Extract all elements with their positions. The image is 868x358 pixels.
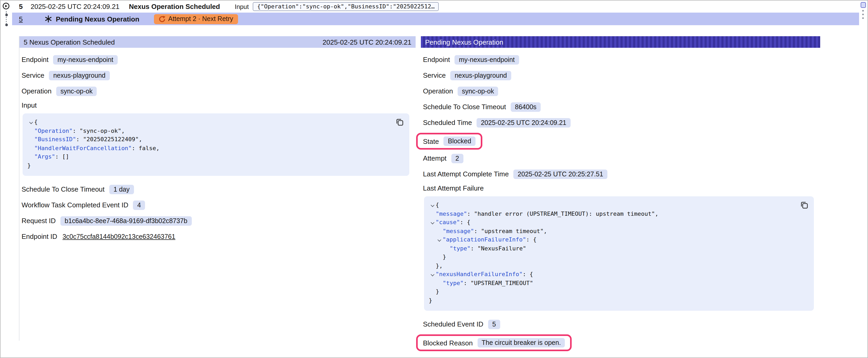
field-label: Operation [423,87,453,95]
field-label: Blocked Reason [423,339,473,347]
panel-title: 5 Nexus Operation Scheduled [24,38,115,46]
field-label: Service [22,71,44,79]
field-row: Schedule To Close Timeout 1 day [22,184,412,195]
field-label: Request ID [22,217,56,225]
field-label: Attempt [423,154,446,162]
field-row: State Blocked [416,133,482,150]
field-row: Endpoint ID 3c0c75ccfa8144b092c13ce63246… [22,231,412,242]
collapse-chevron-icon[interactable] [27,121,34,124]
input-json-code: { "Operation": "sync-op-ok", "BusinessID… [27,118,403,170]
panel-timestamp: 2025-02-25 UTC 20:24:09.21 [322,38,411,46]
pending-nexus-operation-panel: Pending Nexus Operation Endpoint my-nexu… [421,36,820,354]
field-label: Scheduled Time [423,119,472,127]
field-value-badge: 1 day [109,185,134,194]
field-value-badge: my-nexus-endpoint [53,55,118,64]
copy-icon[interactable] [799,200,809,210]
minimap-dot [862,10,864,11]
field-value-badge: 5 [488,319,500,329]
field-row: Blocked Reason The circuit breaker is op… [416,334,572,351]
field-value-badge: sync-op-ok [56,86,97,96]
nexus-operation-scheduled-panel: 5 Nexus Operation Scheduled 2025-02-25 U… [19,36,415,341]
field-row: Scheduled Event ID 5 [423,319,817,330]
field-list-top: Endpoint my-nexus-endpoint Service nexus… [423,54,817,180]
collapse-chevron-icon[interactable] [429,204,436,206]
collapse-chevron-icon[interactable] [436,238,443,241]
event-row-nexus-operation-scheduled[interactable]: 5 2025-02-25 UTC 20:24:09.21 Nexus Opera… [12,1,859,12]
field-value-badge: 2 [451,154,463,163]
panel-body: Endpoint my-nexus-endpoint Service nexus… [20,48,415,242]
copy-icon[interactable] [395,117,405,127]
field-value-badge: 2025-02-25 UTC 20:24:09.21 [476,118,570,127]
event-title: Pending Nexus Operation [56,15,139,23]
attempt-retry-label: Attempt 2 · Next Retry [168,15,233,23]
field-row: Service nexus-playground [423,70,817,81]
field-row: Operation sync-op-ok [423,86,817,97]
scrollbar-thumb[interactable] [860,2,866,8]
event-row-pending-nexus-operation[interactable]: 5 Pending Nexus Operation Attempt 2 · Ne… [12,12,859,25]
field-row: Request ID b1c6a4bc-8ee7-468a-9169-df3b0… [22,215,412,226]
collapse-chevron-icon[interactable] [429,221,436,224]
input-json-viewer: { "Operation": "sync-op-ok", "BusinessID… [23,113,409,176]
field-label: Schedule To Close Timeout [22,185,104,193]
field-label: Operation [22,87,52,95]
field-row: Endpoint my-nexus-endpoint [423,54,817,65]
field-list-top: Endpoint my-nexus-endpoint Service nexus… [22,54,412,97]
field-value-badge: 2025-02-25 UTC 20:25:27.51 [514,169,608,179]
panel-header: 5 Nexus Operation Scheduled 2025-02-25 U… [20,36,415,48]
timeline-rail [1,1,12,34]
event-input-label: Input [235,3,249,10]
collapse-chevron-icon[interactable] [429,273,436,276]
field-value-link[interactable]: 3c0c75ccfa8144b092c13ce632463761 [62,232,176,241]
field-row: Schedule To Close Timeout 86400s [423,101,817,112]
field-value-badge: 4 [133,200,145,210]
field-label: Workflow Task Completed Event ID [22,201,128,209]
field-row: Endpoint my-nexus-endpoint [22,54,412,65]
field-value-badge: nexus-playground [451,71,511,80]
event-title: Nexus Operation Scheduled [129,3,220,10]
field-label: Endpoint [22,56,49,64]
field-list-bottom: Scheduled Event ID 5 Blocked Reason The … [423,319,817,354]
workflow-start-icon [2,2,10,10]
field-label: Endpoint ID [22,232,57,240]
field-value-badge: 86400s [511,102,541,111]
scrollbar [860,2,866,356]
workflow-event-history-page: 5 2025-02-25 UTC 20:24:09.21 Nexus Opera… [0,0,868,358]
field-value-badge: b1c6a4bc-8ee7-468a-9169-df3b02c8737b [60,216,191,225]
field-row: Attempt 2 [423,153,817,164]
event-history-list: 5 2025-02-25 UTC 20:24:09.21 Nexus Opera… [12,1,859,25]
minimap-dot [862,17,864,19]
field-row: Operation sync-op-ok [22,86,412,97]
attempt-retry-badge: Attempt 2 · Next Retry [154,14,238,24]
field-list-bottom: Schedule To Close Timeout 1 day Workflow… [22,184,412,242]
field-value-badge: sync-op-ok [458,86,498,96]
timeline-event-dot [5,24,8,26]
timeline-event-dot [5,14,8,16]
event-input-preview[interactable]: {"Operation":"sync-op-ok","BusinessID":"… [253,2,439,11]
field-row: Scheduled Time 2025-02-25 UTC 20:24:09.2… [423,117,817,128]
panel-body: Endpoint my-nexus-endpoint Service nexus… [421,48,820,354]
field-value-badge: Blocked [444,136,475,146]
failure-json-viewer: { "message": "handler error (UPSTREAM_TI… [424,196,814,311]
retry-icon [159,15,165,22]
minimap-dot [862,14,864,15]
field-label: State [423,137,439,145]
field-row: Service nexus-playground [22,70,412,81]
field-value-badge: my-nexus-endpoint [455,55,519,64]
field-value-badge: The circuit breaker is open. [477,338,565,348]
field-row: Workflow Task Completed Event ID 4 [22,199,412,210]
pending-asterisk-icon [45,15,52,23]
panel-header: Pending Nexus Operation [421,36,820,48]
event-id-link[interactable]: 5 [19,3,23,10]
event-timestamp: 2025-02-25 UTC 20:24:09.21 [30,3,119,10]
event-id-link[interactable]: 5 [19,15,23,23]
field-label: Schedule To Close Timeout [423,103,506,111]
field-label: Last Attempt Complete Time [423,170,509,178]
field-label: Service [423,71,446,79]
field-label: Scheduled Event ID [423,320,484,328]
panel-title: Pending Nexus Operation [425,38,503,46]
field-row: Last Attempt Complete Time 2025-02-25 UT… [423,168,817,180]
field-label: Endpoint [423,56,450,64]
failure-json-code: { "message": "handler error (UPSTREAM_TI… [429,201,808,305]
field-value-badge: nexus-playground [49,71,110,80]
input-section-label: Input [22,101,412,109]
